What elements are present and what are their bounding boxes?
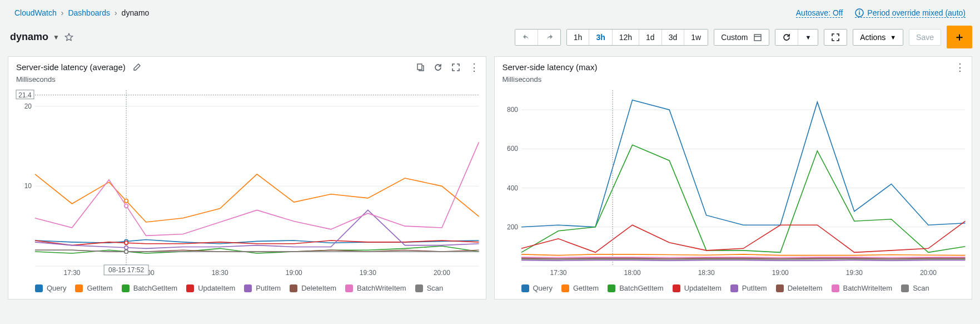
svg-text:19:30: 19:30 [360,269,376,277]
kebab-menu-icon[interactable]: ⋮ [469,65,479,70]
legend-swatch [122,284,130,292]
legend-item[interactable]: BatchWriteItem [832,284,893,292]
svg-rect-1 [859,12,860,14]
actions-button[interactable]: Actions▼ [853,29,903,46]
page-title: dynamo [10,31,48,43]
chevron-right-icon: › [115,8,117,17]
range-3d[interactable]: 3d [661,30,684,45]
legend-swatch [730,284,738,292]
y-axis-unit: Milliseconds [495,74,972,85]
copy-icon[interactable] [416,63,425,72]
legend-label: BatchWriteItem [843,284,893,292]
legend-swatch [521,284,529,292]
svg-rect-5 [417,64,422,70]
fullscreen-button[interactable] [824,29,847,46]
chart-avg[interactable]: 102017:3018:0018:3019:0019:3020:0021.408… [8,85,486,281]
redo-button[interactable] [538,30,560,45]
svg-text:600: 600 [506,145,518,153]
toolbar: 1h3h12h1d3d1w Custom ▼ Actions▼ Save ＋ [515,26,972,48]
range-3h[interactable]: 3h [589,30,611,45]
panel-latency-max: Server-side latency (max) ⋮ Milliseconds… [494,56,973,300]
legend-item[interactable]: BatchWriteItem [345,284,406,292]
add-widget-button[interactable]: ＋ [947,26,972,48]
legend-item[interactable]: UpdateItem [186,284,235,292]
legend-swatch [244,284,252,292]
legend-item[interactable]: Scan [415,284,444,292]
custom-range-button[interactable]: Custom [714,29,769,46]
svg-text:20:00: 20:00 [434,269,450,277]
legend-item[interactable]: BatchGetItem [608,284,663,292]
legend-item[interactable]: Query [521,284,553,292]
svg-text:800: 800 [506,106,518,114]
expand-icon[interactable] [451,63,460,72]
svg-text:18:30: 18:30 [212,269,228,277]
plus-icon: ＋ [954,30,965,45]
legend-item[interactable]: GetItem [75,284,112,292]
svg-point-24 [125,241,128,244]
legend-item[interactable]: UpdateItem [673,284,722,292]
legend-label: UpdateItem [198,284,235,292]
svg-point-25 [125,246,128,249]
legend-item[interactable]: GetItem [561,284,599,292]
period-override-link[interactable]: Period override mixed (auto) [855,8,966,18]
calendar-icon [753,33,762,42]
edit-icon[interactable] [132,63,141,72]
legend-swatch [901,284,909,292]
legend-label: Scan [913,284,929,292]
legend-label: PutItem [742,284,767,292]
legend-label: Query [47,284,66,292]
undo-redo-group [515,29,561,46]
y-axis-unit: Milliseconds [8,74,486,85]
refresh-group: ▼ [775,29,818,46]
range-1w[interactable]: 1w [684,30,708,45]
svg-point-27 [125,204,128,208]
caret-down-icon: ▼ [890,34,896,41]
legend-item[interactable]: BatchGetItem [122,284,177,292]
legend-label: DeleteItem [788,284,823,292]
autosave-toggle[interactable]: Autosave: Off [796,8,843,18]
svg-text:17:30: 17:30 [550,269,566,277]
legend-swatch [35,284,43,292]
legend-item[interactable]: Scan [901,284,929,292]
svg-text:400: 400 [506,184,518,192]
legend-item[interactable]: DeleteItem [776,284,823,292]
range-12h[interactable]: 12h [612,30,639,45]
legend-swatch [832,284,839,292]
chart-max[interactable]: 20040060080017:3018:0018:3019:0019:3020:… [495,85,972,281]
legend-item[interactable]: Query [35,284,66,292]
legend-item[interactable]: PutItem [244,284,281,292]
title-dropdown-icon[interactable]: ▼ [53,33,59,41]
refresh-icon[interactable] [434,63,442,72]
save-button[interactable]: Save [909,29,941,46]
range-1h[interactable]: 1h [567,30,589,45]
svg-text:21.4: 21.4 [18,91,32,99]
panel-latency-avg: Server-side latency (average) ⋮ Millisec… [8,56,486,300]
legend: QueryGetItemBatchGetItemUpdateItemPutIte… [495,281,972,299]
panel-title: Server-side latency (max) [503,62,598,72]
legend-label: GetItem [87,284,112,292]
svg-text:18:30: 18:30 [698,269,714,277]
legend-label: Scan [427,284,444,292]
legend-label: BatchWriteItem [357,284,406,292]
legend-item[interactable]: PutItem [730,284,767,292]
breadcrumb: CloudWatch › Dashboards › dynamo [14,8,149,17]
legend-label: UpdateItem [684,284,722,292]
legend-label: Query [533,284,553,292]
legend-label: GetItem [573,284,599,292]
kebab-menu-icon[interactable]: ⋮ [955,65,965,70]
range-1d[interactable]: 1d [639,30,661,45]
crumb-dashboards[interactable]: Dashboards [68,8,110,17]
svg-text:200: 200 [506,223,518,231]
crumb-cloudwatch[interactable]: CloudWatch [14,8,57,17]
legend-swatch [608,284,615,292]
refresh-menu-button[interactable]: ▼ [798,30,818,45]
refresh-button[interactable] [775,30,798,45]
legend-swatch [561,284,569,292]
legend-swatch [290,284,297,292]
undo-button[interactable] [515,30,538,45]
svg-text:19:30: 19:30 [845,269,862,277]
svg-text:20:00: 20:00 [919,269,936,277]
star-icon[interactable] [64,32,74,42]
svg-text:17:30: 17:30 [64,269,81,277]
legend-item[interactable]: DeleteItem [290,284,336,292]
